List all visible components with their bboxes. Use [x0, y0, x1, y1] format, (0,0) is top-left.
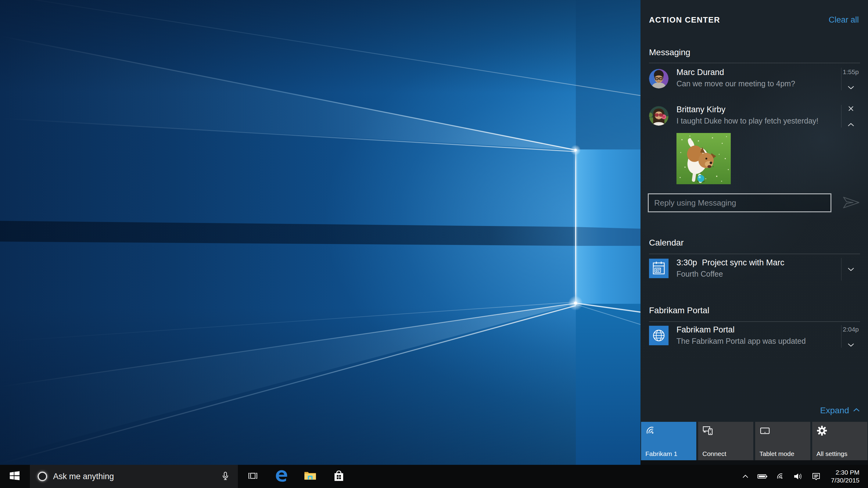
notification-marc-durand[interactable]: Marc Durand Can we move our meeting to 4…: [649, 67, 860, 90]
avatar: [649, 69, 669, 88]
action-center-title: ACTION CENTER: [649, 15, 720, 25]
task-view-icon: [248, 470, 258, 482]
action-center-panel: ACTION CENTER Clear all Messaging: [641, 0, 868, 465]
send-icon[interactable]: [842, 195, 861, 210]
reply-input[interactable]: [648, 193, 831, 212]
tray-wifi-icon[interactable]: [776, 472, 785, 481]
quick-action-connect[interactable]: Connect: [698, 422, 753, 460]
notification-fabrikam-portal[interactable]: Fabrikam Portal The Fabrikam Portal app …: [649, 325, 860, 348]
quick-action-label: All settings: [816, 450, 847, 458]
messaging-section-header: Messaging: [649, 48, 690, 57]
sender-name: Marc Durand: [677, 67, 841, 78]
tray-chevron-up-icon[interactable]: [742, 474, 749, 479]
sender-name: Brittany Kirby: [677, 104, 841, 115]
file-explorer-icon: [303, 469, 317, 484]
timestamp: 2:04p: [843, 326, 859, 333]
file-explorer-button[interactable]: [296, 465, 324, 488]
start-icon: [9, 471, 20, 482]
quick-action-label: Fabrikam 1: [645, 450, 677, 458]
chevron-down-icon[interactable]: [847, 85, 855, 90]
calendar-section-header: Calendar: [649, 238, 684, 248]
divider: [649, 63, 860, 63]
store-icon: [333, 469, 345, 483]
notification-message: The Fabrikam Portal app was updated: [677, 336, 841, 346]
chevron-up-icon: [853, 408, 860, 413]
panel-bottom-strip: [641, 460, 868, 465]
divider: [649, 254, 860, 254]
notification-calendar-event[interactable]: 07 3:30pProject sync with Marc Fourth Co…: [649, 257, 860, 281]
clear-all-button[interactable]: Clear all: [829, 15, 859, 25]
message-preview: I taught Duke how to play fetch yesterda…: [677, 116, 841, 126]
clock-date: 7/30/2015: [831, 477, 860, 484]
fabrikam-section-header: Fabrikam Portal: [649, 306, 709, 315]
clock-time: 2:30 PM: [831, 468, 860, 477]
taskbar: 2:30 PM 7/30/2015: [0, 465, 868, 488]
event-location: Fourth Coffee: [677, 269, 841, 279]
edge-browser-button[interactable]: [267, 465, 296, 488]
wifi-icon: [645, 425, 656, 437]
store-button[interactable]: [324, 465, 353, 488]
divider: [649, 322, 860, 322]
volume-icon[interactable]: [793, 472, 803, 480]
calendar-day-number: 07: [656, 268, 660, 273]
notification-body: Fabrikam Portal The Fabrikam Portal app …: [677, 325, 841, 346]
tablet-icon: [760, 425, 770, 437]
quick-action-tablet-mode[interactable]: Tablet mode: [755, 422, 810, 460]
event-title: Project sync with Marc: [702, 258, 784, 267]
quick-actions: Fabrikam 1 Connect: [641, 422, 868, 460]
battery-icon[interactable]: [757, 474, 768, 480]
notification-body: Marc Durand Can we move our meeting to 4…: [677, 67, 841, 88]
cortana-icon[interactable]: [38, 472, 47, 481]
chevron-down-icon[interactable]: [847, 343, 855, 347]
event-time: 3:30p: [677, 258, 697, 267]
quick-action-wifi-fabrikam1[interactable]: Fabrikam 1: [641, 422, 696, 460]
task-view-button[interactable]: [239, 465, 267, 488]
timestamp: 1:55p: [843, 68, 859, 75]
screen: ACTION CENTER Clear all Messaging: [0, 0, 868, 488]
notification-controls: 2:04p: [841, 325, 860, 348]
quick-action-label: Connect: [703, 450, 726, 458]
calendar-icon: 07: [649, 258, 669, 278]
quick-action-all-settings[interactable]: All settings: [812, 422, 867, 460]
avatar: [649, 106, 669, 126]
action-center-tray-icon[interactable]: [812, 472, 821, 481]
notification-controls: 1:55p: [841, 68, 860, 90]
microphone-icon[interactable]: [221, 471, 229, 482]
system-tray: 2:30 PM 7/30/2015: [742, 465, 868, 488]
chevron-down-icon[interactable]: [847, 267, 855, 271]
quick-action-label: Tablet mode: [760, 450, 794, 458]
notification-body: Brittany Kirby I taught Duke how to play…: [677, 104, 841, 126]
chevron-up-icon[interactable]: [847, 123, 855, 127]
taskbar-apps: [239, 465, 353, 488]
message-photo-attachment[interactable]: [677, 133, 731, 184]
settings-gear-icon: [816, 425, 828, 437]
search-input[interactable]: [53, 472, 217, 481]
expand-button[interactable]: Expand: [820, 406, 860, 416]
notification-controls: [841, 258, 860, 281]
start-button[interactable]: [0, 465, 29, 488]
notification-controls: [841, 105, 860, 127]
notification-brittany-kirby[interactable]: Brittany Kirby I taught Duke how to play…: [649, 104, 860, 127]
message-preview: Can we move our meeting to 4pm?: [677, 79, 841, 88]
expand-label: Expand: [820, 406, 849, 416]
taskbar-clock[interactable]: 2:30 PM 7/30/2015: [831, 468, 860, 484]
notification-body: 3:30pProject sync with Marc Fourth Coffe…: [677, 257, 841, 279]
close-icon[interactable]: [848, 105, 854, 112]
connect-icon: [703, 425, 713, 437]
taskbar-search[interactable]: [30, 465, 238, 488]
edge-icon: [275, 469, 288, 484]
notification-title: Fabrikam Portal: [677, 325, 841, 335]
globe-icon: [649, 326, 669, 345]
